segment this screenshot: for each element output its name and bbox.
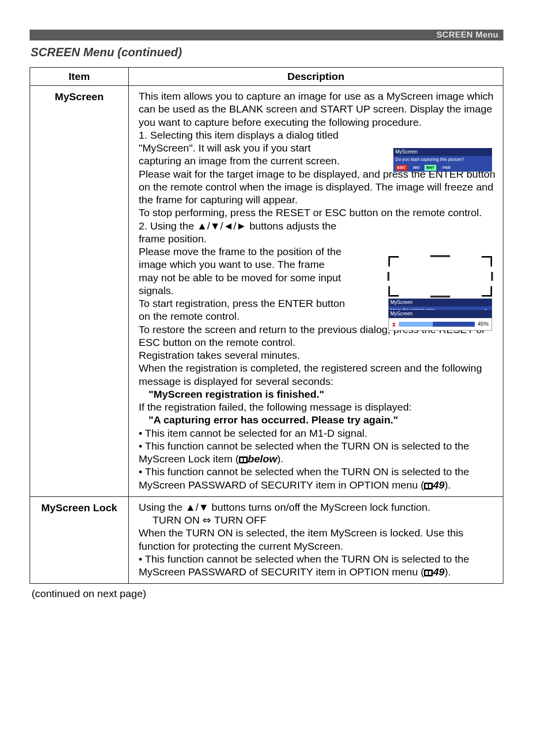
message-error: "A capturing error has occurred. Please … bbox=[139, 414, 496, 426]
section-title: SCREEN Menu (continued) bbox=[31, 45, 503, 59]
desc-text: Please wait for the target image to be d… bbox=[139, 168, 496, 207]
osd-yes-label: :YES bbox=[439, 165, 453, 171]
desc-text: 1. Selecting this item displays a dialog… bbox=[139, 129, 351, 168]
desc-note: • This function cannot be selected when … bbox=[139, 440, 496, 466]
hourglass-icon: ⧗ bbox=[392, 321, 396, 327]
osd-ent-chip: ENT bbox=[424, 165, 436, 171]
book-ref-icon bbox=[424, 569, 433, 576]
message-success: "MyScreen registration is finished." bbox=[139, 388, 496, 401]
osd-no-label: :NO bbox=[410, 165, 421, 171]
osd-title: MyScreen bbox=[388, 310, 492, 318]
col-header-item: Item bbox=[30, 68, 129, 86]
osd-title: MyScreen bbox=[388, 299, 492, 306]
osd-progress-row: ⧗ 45% bbox=[388, 318, 492, 331]
desc-text: If the registration failed, the followin… bbox=[139, 401, 496, 414]
progress-bar bbox=[399, 322, 475, 327]
chapter-header-label: SCREEN Menu bbox=[437, 30, 498, 40]
book-ref-icon bbox=[239, 456, 248, 463]
toggle-options: TURN ON ⇔ TURN OFF bbox=[139, 514, 496, 527]
progress-percent: 45% bbox=[478, 321, 489, 328]
osd-dialog-progress: MyScreen ⧗ 45% bbox=[388, 310, 492, 331]
desc-text: To stop performing, press the RESET or E… bbox=[139, 206, 496, 219]
item-name: MyScreen bbox=[30, 86, 129, 497]
item-name: MyScreen Lock bbox=[30, 496, 129, 584]
desc-text: 2. Using the ▲/▼/◄/► buttons adjusts the… bbox=[139, 220, 346, 246]
desc-text: Registration takes several minutes. bbox=[139, 349, 496, 362]
table-row: MyScreen MyScreen Do you start capturing… bbox=[30, 86, 503, 497]
desc-text: Using the ▲/▼ buttons turns on/off the M… bbox=[139, 501, 496, 514]
desc-note: • This function cannot be selected when … bbox=[139, 465, 496, 491]
col-header-desc: Description bbox=[129, 68, 503, 86]
osd-dialog-capture-confirm: MyScreen Do you start capturing this pic… bbox=[393, 148, 492, 172]
osd-button-row: ESC :NO ENT :YES bbox=[393, 164, 492, 172]
capture-frame-icon bbox=[388, 256, 492, 297]
desc-text: Please move the frame to the position of… bbox=[139, 245, 346, 297]
osd-esc-chip: ESC bbox=[395, 165, 407, 171]
osd-question: Do you start capturing this picture? bbox=[393, 156, 492, 164]
desc-note: • This function cannot be selected when … bbox=[139, 553, 496, 579]
desc-text: To start registration, press the ENTER b… bbox=[139, 297, 346, 323]
desc-text: When the registration is completed, the … bbox=[139, 362, 496, 388]
osd-title: MyScreen bbox=[393, 148, 492, 156]
desc-note: • This item cannot be selected for an M1… bbox=[139, 427, 496, 440]
chapter-header: SCREEN Menu bbox=[30, 30, 503, 40]
desc-text: This item allows you to capture an image… bbox=[139, 90, 496, 129]
book-ref-icon bbox=[424, 483, 433, 490]
table-row: MyScreen Lock Using the ▲/▼ buttons turn… bbox=[30, 496, 503, 584]
menu-table: Item Description MyScreen MyScreen Do yo… bbox=[30, 67, 503, 584]
desc-text: When the TURN ON is selected, the item M… bbox=[139, 527, 496, 553]
continued-note: (continued on next page) bbox=[32, 588, 503, 600]
